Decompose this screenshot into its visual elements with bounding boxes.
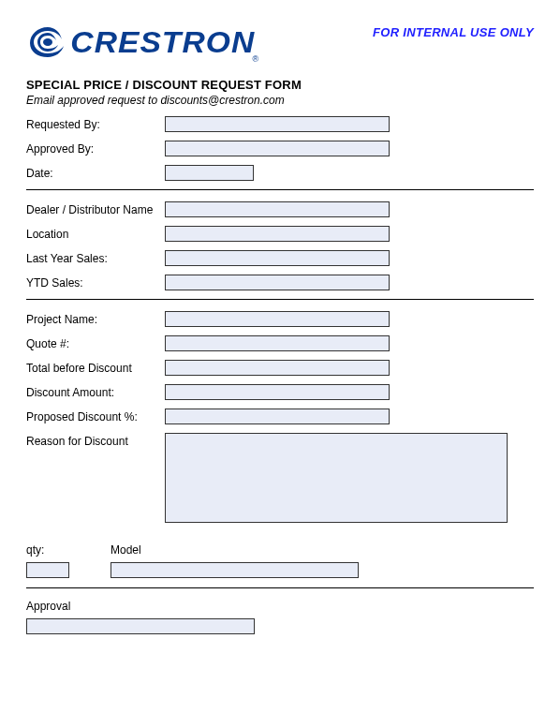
form-page: CRESTRON ® FOR INTERNAL USE ONLY SPECIAL…: [0, 0, 560, 653]
input-requested-by[interactable]: [165, 116, 390, 132]
label-requested-by: Requested By:: [26, 116, 165, 131]
qty-model-inputs: [26, 562, 534, 578]
divider-3: [26, 587, 534, 588]
row-discount-amt: Discount Amount:: [26, 384, 534, 400]
label-model: Model: [111, 543, 141, 557]
qty-model-header: qty: Model: [26, 543, 534, 557]
row-quote: Quote #:: [26, 335, 534, 351]
row-reason: Reason for Discount: [26, 433, 534, 523]
label-discount-amt: Discount Amount:: [26, 384, 165, 399]
label-qty: qty:: [26, 543, 111, 557]
input-model[interactable]: [111, 562, 359, 578]
input-last-year-sales[interactable]: [165, 250, 390, 266]
textarea-reason-for-discount[interactable]: [165, 433, 508, 523]
input-total-before-discount[interactable]: [165, 360, 390, 376]
svg-point-0: [43, 38, 52, 46]
divider-2: [26, 299, 534, 300]
logo: CRESTRON ®: [26, 23, 262, 61]
input-ytd-sales[interactable]: [165, 275, 390, 290]
crestron-swirl-icon: [26, 23, 69, 61]
row-approved-by: Approved By:: [26, 141, 534, 156]
row-ytd: YTD Sales:: [26, 275, 534, 290]
label-dealer: Dealer / Distributor Name: [26, 201, 165, 216]
row-proposed-pct: Proposed Discount %:: [26, 409, 534, 424]
label-approval: Approval: [26, 600, 534, 613]
logo-text: CRESTRON: [70, 25, 255, 60]
label-total-before: Total before Discount: [26, 360, 165, 375]
form-subtitle: Email approved request to discounts@cres…: [26, 94, 534, 107]
label-reason: Reason for Discount: [26, 433, 165, 448]
input-location[interactable]: [165, 226, 390, 242]
label-date: Date:: [26, 165, 165, 180]
row-dealer: Dealer / Distributor Name: [26, 201, 534, 217]
header: CRESTRON ® FOR INTERNAL USE ONLY: [26, 23, 534, 61]
internal-use-label: FOR INTERNAL USE ONLY: [373, 25, 534, 39]
input-discount-amount[interactable]: [165, 384, 390, 400]
input-date[interactable]: [165, 165, 254, 181]
divider-1: [26, 189, 534, 190]
input-proposed-discount-percent[interactable]: [165, 409, 390, 424]
registered-icon: ®: [253, 54, 259, 64]
form-title: SPECIAL PRICE / DISCOUNT REQUEST FORM: [26, 78, 534, 92]
row-project: Project Name:: [26, 311, 534, 327]
label-proposed-pct: Proposed Discount %:: [26, 409, 165, 423]
row-last-year: Last Year Sales:: [26, 250, 534, 266]
input-quote-number[interactable]: [165, 335, 390, 351]
input-approval[interactable]: [26, 618, 255, 634]
row-requested-by: Requested By:: [26, 116, 534, 132]
label-last-year: Last Year Sales:: [26, 250, 165, 265]
input-qty[interactable]: [26, 562, 69, 578]
label-location: Location: [26, 226, 165, 241]
row-location: Location: [26, 226, 534, 242]
label-project: Project Name:: [26, 311, 165, 326]
row-date: Date:: [26, 165, 534, 181]
label-ytd: YTD Sales:: [26, 275, 165, 290]
input-dealer[interactable]: [165, 201, 390, 217]
row-total-before: Total before Discount: [26, 360, 534, 376]
label-approved-by: Approved By:: [26, 141, 165, 156]
input-approved-by[interactable]: [165, 141, 390, 156]
input-project-name[interactable]: [165, 311, 390, 327]
label-quote: Quote #:: [26, 335, 165, 350]
